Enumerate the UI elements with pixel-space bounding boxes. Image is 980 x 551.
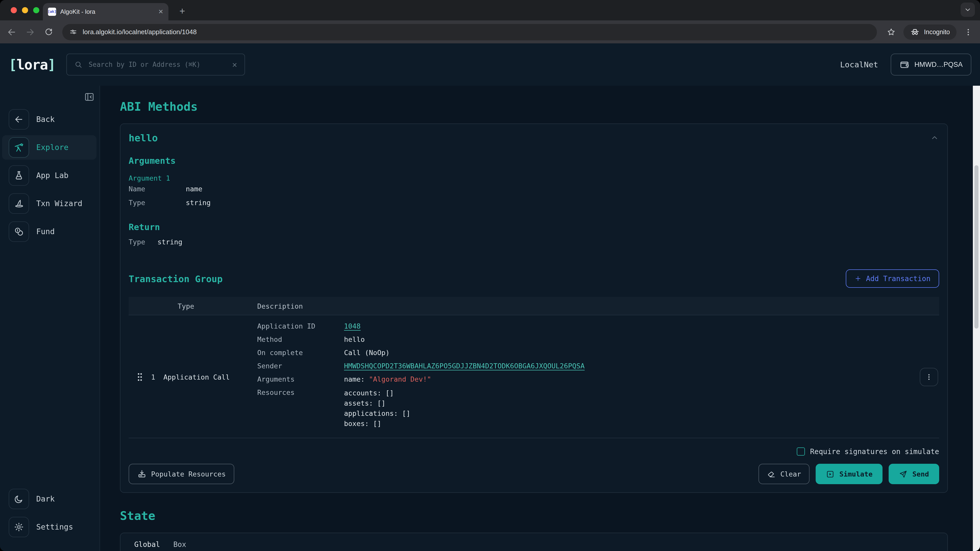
require-signatures-label: Require signatures on simulate — [810, 448, 939, 456]
coins-icon — [9, 221, 29, 242]
populate-resources-button[interactable]: Populate Resources — [129, 464, 234, 484]
header-right: LocalNet HMWD…PQSA — [840, 54, 971, 76]
application-id-link[interactable]: 1048 — [344, 322, 361, 330]
field-arguments: Arguments name: "Algorand Dev!" — [257, 375, 908, 384]
search-clear-icon[interactable]: ✕ — [232, 60, 237, 69]
return-type-value: string — [158, 238, 183, 246]
tab-favicon: [ak] — [48, 8, 56, 16]
back-button[interactable] — [5, 25, 18, 38]
screen: [ak] AlgoKit - lora ✕ + — [0, 0, 980, 551]
plus-icon — [854, 275, 861, 282]
chevron-down-icon — [964, 6, 972, 14]
forward-button[interactable] — [24, 25, 37, 38]
drag-handle-icon[interactable] — [137, 372, 143, 382]
transaction-description-cell: Application ID 1048 Method hello On comp… — [257, 321, 908, 433]
sidebar-nav: Back Explore App Lab — [0, 107, 100, 248]
arrow-right-icon — [25, 27, 35, 37]
send-button[interactable]: Send — [889, 464, 939, 484]
sidebar-collapse-button[interactable] — [83, 90, 96, 103]
field-method: Method hello — [257, 335, 908, 344]
tab-global[interactable]: Global — [127, 533, 167, 551]
row-menu-button[interactable] — [920, 368, 938, 386]
add-transaction-button[interactable]: Add Transaction — [845, 269, 939, 288]
argument-1-label: Argument 1 — [129, 174, 939, 182]
simulate-label: Simulate — [839, 470, 873, 478]
transaction-actions: Populate Resources Clear — [129, 464, 939, 484]
column-header-description: Description — [257, 302, 939, 310]
macos-close-button[interactable] — [11, 7, 17, 13]
tab-box[interactable]: Box — [167, 533, 193, 551]
sidebar: Back Explore App Lab — [0, 86, 100, 551]
tab-title: AlgoKit - lora — [60, 8, 154, 15]
app-body: Back Explore App Lab — [0, 86, 980, 551]
wallet-button[interactable]: HMWD…PQSA — [891, 54, 971, 76]
table-row: 1 Application Call Application ID 1048 M… — [129, 315, 939, 438]
field-resources: Resources accounts: [] assets: [] applic… — [257, 388, 908, 429]
sidebar-item-dark-mode[interactable]: Dark — [0, 487, 100, 511]
scrollbar-thumb[interactable] — [974, 165, 978, 329]
populate-resources-label: Populate Resources — [151, 470, 226, 478]
arrow-left-icon — [6, 27, 17, 37]
return-type-row: Typestring — [129, 235, 939, 249]
arrow-left-icon — [9, 109, 29, 130]
add-transaction-label: Add Transaction — [866, 275, 931, 283]
site-info-icon[interactable] — [69, 27, 78, 36]
argument-name-value: name — [186, 182, 939, 196]
tab-search-chevron-button[interactable] — [961, 3, 975, 17]
sidebar-item-explore[interactable]: Explore — [2, 135, 97, 160]
wallet-label: HMWD…PQSA — [915, 61, 963, 68]
method-header[interactable]: hello — [129, 132, 939, 143]
macos-zoom-button[interactable] — [33, 7, 39, 13]
sidebar-item-app-lab[interactable]: App Lab — [0, 163, 100, 188]
wallet-icon — [899, 59, 909, 70]
chevron-up-icon[interactable] — [930, 133, 939, 142]
panel-collapse-icon — [84, 92, 94, 102]
incognito-icon — [910, 27, 920, 37]
sender-address-link[interactable]: HMWDSHQCOPD2T36WBAHLAZ6PO5GDJJZBN4D2TODK… — [344, 362, 585, 370]
browser-tab[interactable]: [ak] AlgoKit - lora ✕ — [43, 3, 169, 21]
lora-logo[interactable]: [lora] — [9, 57, 56, 73]
transaction-type-cell: 1 Application Call — [129, 372, 257, 382]
eraser-icon — [767, 470, 776, 478]
require-signatures-checkbox[interactable] — [797, 448, 805, 456]
kebab-menu-icon — [964, 27, 973, 37]
field-label: Application ID — [257, 321, 344, 330]
method-name: hello — [129, 132, 158, 143]
bookmark-button[interactable] — [884, 25, 899, 39]
new-tab-button[interactable]: + — [176, 5, 189, 18]
reload-icon — [44, 27, 53, 37]
argument-key: name: — [344, 375, 365, 383]
transaction-group-heading: Transaction Group — [129, 273, 223, 284]
field-label: Method — [257, 335, 344, 344]
search-icon — [74, 60, 83, 69]
resource-boxes: boxes: [] — [344, 418, 908, 429]
tab-close-icon[interactable]: ✕ — [158, 8, 163, 15]
browser-menu-button[interactable] — [962, 25, 975, 38]
macos-minimize-button[interactable] — [22, 7, 28, 13]
field-sender: Sender HMWDSHQCOPD2T36WBAHLAZ6PO5GDJJZBN… — [257, 361, 908, 370]
sidebar-item-back[interactable]: Back — [0, 107, 100, 132]
sidebar-item-settings[interactable]: Settings — [0, 515, 100, 539]
argument-type-row: Type string — [129, 196, 939, 210]
argument-type-value: string — [186, 196, 939, 210]
send-icon — [899, 470, 908, 478]
field-label: Arguments — [257, 375, 344, 384]
resources-values: accounts: [] assets: [] applications: []… — [344, 388, 908, 429]
app-header: [lora] ✕ LocalNet HMWD…PQSA — [0, 43, 980, 86]
argument-name-label: Name — [129, 182, 186, 196]
field-application-id: Application ID 1048 — [257, 321, 908, 330]
sidebar-footer: Dark Settings — [0, 487, 100, 543]
url-text[interactable]: lora.algokit.io/localnet/application/104… — [83, 28, 197, 36]
telescope-icon — [9, 137, 29, 158]
search-box[interactable]: ✕ — [66, 54, 245, 76]
simulate-button[interactable]: Simulate — [816, 464, 883, 484]
search-input[interactable] — [88, 60, 227, 69]
network-selector[interactable]: LocalNet — [840, 60, 878, 69]
url-bar[interactable]: lora.algokit.io/localnet/application/104… — [62, 24, 877, 40]
sidebar-item-fund[interactable]: Fund — [0, 219, 100, 244]
sidebar-item-txn-wizard[interactable]: Txn Wizard — [0, 191, 100, 216]
state-title: State — [120, 509, 948, 522]
clear-button[interactable]: Clear — [759, 464, 810, 484]
reload-button[interactable] — [42, 25, 55, 38]
main-content: ABI Methods hello Arguments Argument 1 N… — [100, 86, 973, 551]
